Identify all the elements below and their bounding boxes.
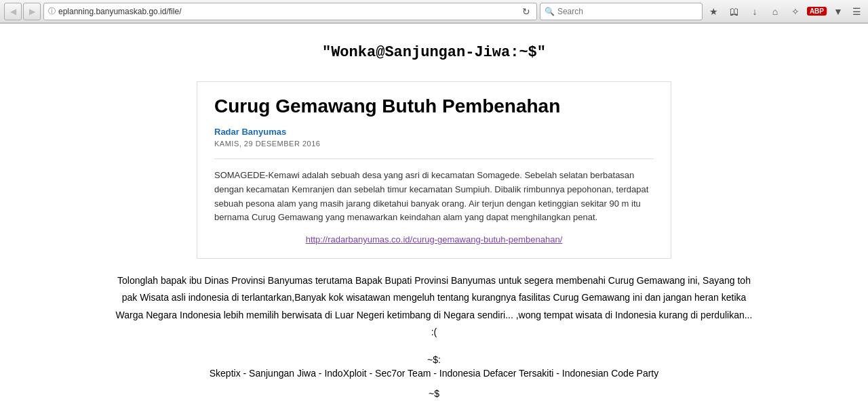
hamburger-menu-button[interactable]: ☰ (850, 5, 864, 18)
security-icon: ⓘ (48, 6, 56, 16)
adblock-button[interactable]: ABP (807, 7, 827, 16)
article-link[interactable]: http://radarbanyumas.co.id/curug-gemawan… (214, 234, 654, 245)
main-message: Tolonglah bapak ibu Dinas Provinsi Banyu… (61, 272, 807, 341)
home-button[interactable]: ⌂ (766, 3, 784, 20)
back-button[interactable]: ◀ (4, 3, 22, 20)
pocket-button[interactable]: ✧ (787, 3, 804, 20)
nav-buttons: ◀ ▶ (4, 3, 41, 20)
reload-button[interactable]: ↻ (520, 5, 532, 18)
article-title: Curug Gemawang Butuh Pembenahan (214, 96, 654, 117)
article-source: Radar Banyumas (214, 127, 654, 137)
overflow-menu-icon: ▼ (829, 3, 847, 20)
page-header-title: "Wonka@Sanjungan-Jiwa:~$" (14, 44, 854, 61)
article-body: SOMAGEDE-Kemawi adalah sebuah desa yang … (214, 169, 654, 225)
article-divider (214, 159, 654, 159)
credits-section: ~$: Skeptix - Sanjungan Jiwa - IndoXploi… (14, 354, 854, 401)
forward-button[interactable]: ▶ (23, 3, 41, 20)
address-bar-container: ⓘ ↻ (43, 3, 537, 20)
search-bar-container: 🔍 (540, 3, 703, 20)
toolbar-icons: ★ 🕮 ↓ ⌂ ✧ ABP ▼ ☰ (705, 3, 864, 20)
bookmark-star-button[interactable]: ★ (705, 3, 723, 20)
crew-line: Skeptix - Sanjungan Jiwa - IndoXploit - … (14, 368, 854, 379)
browser-chrome: ◀ ▶ ⓘ ↻ 🔍 ★ 🕮 ↓ ⌂ ✧ ABP ▼ ☰ (0, 0, 868, 24)
page-content: "Wonka@Sanjungan-Jiwa:~$" Curug Gemawang… (0, 24, 868, 401)
address-bar[interactable] (58, 7, 517, 16)
download-button[interactable]: ↓ (746, 3, 764, 20)
search-icon: 🔍 (545, 7, 555, 16)
contact-tilde-label: ~$ (14, 388, 854, 399)
bookmark-button[interactable]: 🕮 (726, 3, 743, 20)
article-container: Curug Gemawang Butuh Pembenahan Radar Ba… (197, 81, 671, 259)
article-date: KAMIS, 29 DESEMBER 2016 (214, 140, 654, 148)
browser-toolbar: ◀ ▶ ⓘ ↻ 🔍 ★ 🕮 ↓ ⌂ ✧ ABP ▼ ☰ (0, 0, 868, 23)
search-input[interactable] (557, 7, 679, 16)
tilde-dollar-label: ~$: (14, 354, 854, 365)
